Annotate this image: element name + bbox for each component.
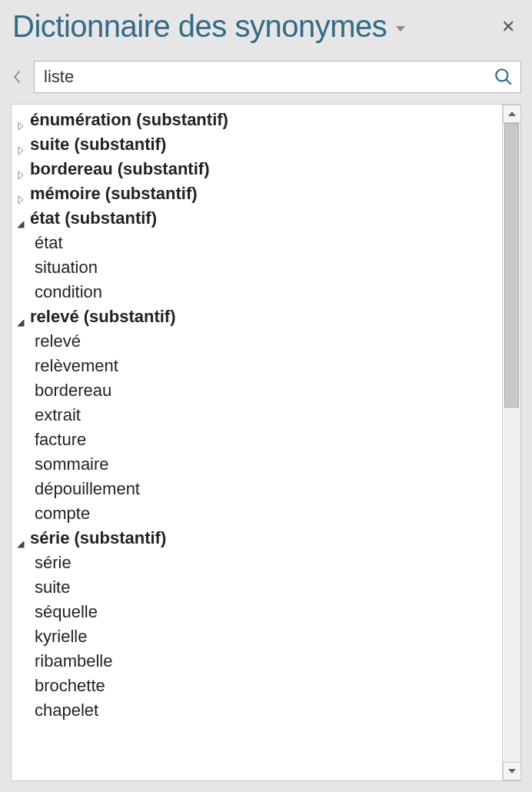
close-icon[interactable]: ✕: [495, 14, 521, 40]
panel-header: Dictionnaire des synonymes ✕: [3, 3, 529, 61]
expand-icon[interactable]: [16, 165, 25, 174]
search-input[interactable]: [44, 67, 493, 87]
synonym-item[interactable]: compte: [12, 501, 502, 526]
synonym-item[interactable]: relèvement: [12, 354, 502, 378]
synonym-item[interactable]: brochette: [12, 674, 502, 698]
scroll-down-icon[interactable]: [503, 762, 521, 780]
collapse-icon[interactable]: [16, 534, 25, 543]
synonym-item[interactable]: sommaire: [12, 452, 502, 477]
search-box: [34, 61, 521, 93]
synonym-item[interactable]: suite: [12, 575, 502, 600]
expand-icon[interactable]: [16, 115, 25, 125]
expand-icon[interactable]: [16, 189, 25, 198]
synonym-item[interactable]: série: [12, 551, 502, 575]
group-label: série (substantif): [30, 528, 166, 548]
synonym-item[interactable]: kyrielle: [12, 624, 502, 649]
dropdown-icon[interactable]: [396, 26, 405, 32]
synonym-item[interactable]: facture: [12, 428, 502, 452]
synonym-item[interactable]: bordereau: [12, 378, 502, 403]
group-header[interactable]: bordereau (substantif): [12, 157, 502, 181]
results-wrap: énumération (substantif)suite (substanti…: [11, 104, 521, 781]
synonym-item[interactable]: situation: [12, 255, 502, 280]
expand-icon[interactable]: [16, 140, 25, 149]
search-row: [3, 61, 529, 104]
synonym-item[interactable]: dépouillement: [12, 477, 502, 501]
collapse-icon[interactable]: [16, 214, 25, 223]
synonym-item[interactable]: condition: [12, 280, 502, 304]
back-icon[interactable]: [11, 70, 25, 84]
group-label: énumération (substantif): [30, 110, 228, 130]
group-header[interactable]: suite (substantif): [12, 132, 502, 157]
results-list: énumération (substantif)suite (substanti…: [12, 105, 502, 780]
svg-point-0: [496, 69, 507, 81]
group-label: bordereau (substantif): [30, 159, 209, 179]
collapse-icon[interactable]: [16, 312, 25, 321]
group-label: suite (substantif): [30, 135, 166, 155]
synonym-item[interactable]: ribambelle: [12, 649, 502, 674]
synonym-item[interactable]: état: [12, 231, 502, 255]
synonym-item[interactable]: séquelle: [12, 600, 502, 624]
search-icon[interactable]: [493, 66, 514, 88]
scrollbar[interactable]: [502, 105, 520, 780]
synonym-item[interactable]: chapelet: [12, 698, 502, 723]
scroll-up-icon[interactable]: [503, 105, 521, 123]
scroll-track[interactable]: [503, 123, 520, 762]
group-header[interactable]: relevé (substantif): [12, 304, 502, 329]
synonym-item[interactable]: relevé: [12, 329, 502, 354]
scroll-thumb[interactable]: [504, 123, 519, 408]
group-header[interactable]: série (substantif): [12, 526, 502, 551]
group-header[interactable]: énumération (substantif): [12, 108, 502, 132]
group-label: relevé (substantif): [30, 307, 176, 327]
group-label: état (substantif): [30, 208, 157, 228]
thesaurus-panel: Dictionnaire des synonymes ✕ énumération…: [0, 0, 532, 792]
panel-title: Dictionnaire des synonymes: [12, 9, 387, 44]
synonym-item[interactable]: extrait: [12, 403, 502, 428]
group-label: mémoire (substantif): [30, 184, 198, 204]
group-header[interactable]: état (substantif): [12, 206, 502, 231]
group-header[interactable]: mémoire (substantif): [12, 181, 502, 206]
title-wrap: Dictionnaire des synonymes: [12, 9, 405, 44]
svg-line-1: [506, 79, 511, 85]
